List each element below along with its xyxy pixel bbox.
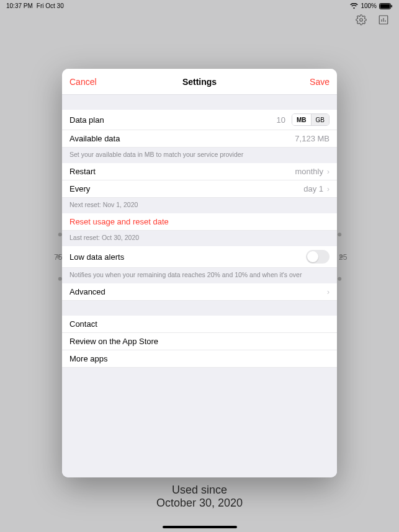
available-note: Set your available data in MB to match y…	[62, 148, 337, 163]
row-every[interactable]: Every day 1 ›	[62, 180, 337, 198]
unit-segmented-control[interactable]: MB GB	[292, 113, 330, 126]
unit-gb[interactable]: GB	[311, 114, 329, 125]
used-since-line2: October 30, 2020	[0, 497, 399, 510]
restart-label: Restart	[69, 167, 295, 176]
app-toolbar	[0, 11, 399, 30]
used-since-line1: Used since	[0, 484, 399, 497]
low-alerts-note: Notifies you when your remaining data re…	[62, 268, 337, 283]
wifi-icon	[350, 3, 358, 9]
gauge-label-25: 25	[339, 253, 347, 262]
row-advanced[interactable]: Advanced ›	[62, 283, 337, 301]
chevron-right-icon: ›	[327, 167, 330, 176]
chevron-right-icon: ›	[327, 185, 330, 193]
gauge-label-75: 75	[54, 253, 62, 262]
row-data-plan[interactable]: Data plan 10 MB GB	[62, 110, 337, 130]
low-alerts-label: Low data alerts	[69, 252, 306, 262]
next-reset-note: Next reset: Nov 1, 2020	[62, 198, 337, 213]
modal-body[interactable]: Data plan 10 MB GB Available data 7,123 …	[62, 95, 337, 477]
contact-label: Contact	[69, 319, 330, 329]
every-label: Every	[69, 184, 303, 193]
data-plan-value: 10	[277, 115, 285, 125]
reset-label: Reset usage and reset date	[69, 217, 330, 226]
every-value: day 1	[303, 184, 323, 193]
unit-mb[interactable]: MB	[292, 114, 311, 125]
advanced-label: Advanced	[69, 287, 323, 296]
used-since-text: Used since October 30, 2020	[0, 484, 399, 510]
save-button[interactable]: Save	[310, 77, 330, 87]
home-indicator[interactable]	[163, 526, 237, 528]
chevron-right-icon: ›	[327, 288, 330, 296]
battery-percent: 100%	[361, 2, 377, 9]
svg-rect-1	[380, 4, 390, 8]
gear-icon[interactable]	[356, 14, 367, 28]
chart-icon[interactable]	[378, 14, 389, 28]
modal-header: Cancel Settings Save	[62, 69, 337, 95]
row-more-apps[interactable]: More apps	[62, 350, 337, 368]
row-reset-usage[interactable]: Reset usage and reset date	[62, 213, 337, 231]
status-time: 10:37 PM	[6, 2, 33, 9]
battery-icon	[379, 3, 393, 9]
row-available-data[interactable]: Available data 7,123 MB	[62, 130, 337, 148]
restart-value: monthly	[295, 167, 323, 176]
last-reset-note: Last reset: Oct 30, 2020	[62, 231, 337, 246]
settings-modal: Cancel Settings Save Data plan 10 MB GB …	[62, 69, 337, 477]
svg-point-3	[360, 19, 363, 22]
cancel-button[interactable]: Cancel	[69, 77, 97, 87]
available-value: 7,123 MB	[295, 134, 330, 143]
low-alerts-toggle[interactable]	[306, 250, 330, 264]
available-label: Available data	[69, 134, 295, 143]
status-date: Fri Oct 30	[37, 2, 64, 9]
row-contact[interactable]: Contact	[62, 316, 337, 333]
modal-title: Settings	[62, 77, 337, 87]
status-bar: 10:37 PM Fri Oct 30 100%	[0, 0, 399, 11]
row-review[interactable]: Review on the App Store	[62, 333, 337, 350]
svg-rect-2	[392, 5, 393, 7]
row-restart[interactable]: Restart monthly ›	[62, 163, 337, 180]
review-label: Review on the App Store	[69, 337, 330, 346]
more-apps-label: More apps	[69, 354, 330, 363]
data-plan-label: Data plan	[69, 115, 277, 125]
row-low-data-alerts[interactable]: Low data alerts	[62, 246, 337, 268]
